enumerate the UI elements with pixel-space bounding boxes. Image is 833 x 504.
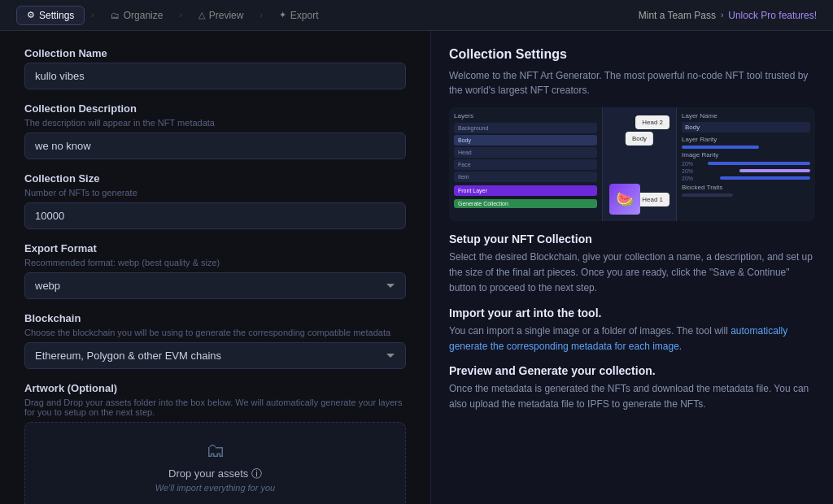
right-panel: Collection Settings Welcome to the NFT A… xyxy=(431,31,833,504)
dropzone-subtext: We'll import everything for you xyxy=(155,483,275,493)
mockup-flow-head1: Head 1 xyxy=(635,193,669,206)
mockup-blocked-traits-title: Blocked Traits xyxy=(682,184,810,191)
nav-step-organize[interactable]: 🗂 Organize xyxy=(101,7,173,24)
mockup-image-rarity-title: Image Rarity xyxy=(682,151,810,159)
upload-folder-icon: 🗂 xyxy=(206,439,225,462)
artwork-group: Artwork (Optional) Drag and Drop your as… xyxy=(24,382,406,504)
mockup-img-bar-2 xyxy=(739,169,810,172)
export-format-select[interactable]: webp png jpg xyxy=(24,272,406,299)
mockup-generate-button: Generate Collection xyxy=(454,199,597,208)
mockup-rarity-bar xyxy=(682,146,759,149)
mockup-flow-head2: Head 2 xyxy=(635,115,669,129)
section2-title: Import your art into the tool. xyxy=(449,306,815,319)
nav-step-settings[interactable]: ⚙ Settings xyxy=(16,6,85,25)
mockup-rarity-pct-3: 20% xyxy=(682,176,693,181)
nav-arrow-2: › xyxy=(179,11,181,20)
organize-step-label: Organize xyxy=(124,10,164,21)
nav-right: Mint a Team Pass › Unlock Pro features! xyxy=(639,10,817,21)
artwork-label: Artwork (Optional) xyxy=(24,382,406,394)
mockup-layer-body: Body xyxy=(454,135,597,146)
export-format-label: Export Format xyxy=(24,242,406,254)
blockchain-sublabel: Choose the blockchain you will be using … xyxy=(24,328,406,337)
nav-right-arrow-icon: › xyxy=(721,11,723,20)
section1-body: Select the desired Blockchain, give your… xyxy=(449,250,815,297)
nav-step-preview[interactable]: △ Preview xyxy=(189,7,254,24)
preview-step-label: Preview xyxy=(209,10,244,21)
top-navigation: ⚙ Settings › 🗂 Organize › △ Preview › ✦ … xyxy=(0,0,833,31)
unlock-link[interactable]: Unlock Pro features! xyxy=(728,10,817,21)
collection-description-sublabel: The description will appear in the NFT m… xyxy=(24,118,406,128)
collection-size-label: Collection Size xyxy=(24,172,406,185)
nft-mockup: Layers Background Body Head Face Item Fr… xyxy=(449,107,815,221)
dropzone-text: Drop your assets ⓘ xyxy=(168,467,262,481)
collection-description-input[interactable] xyxy=(24,133,406,159)
mockup-rarity-pct-2: 20% xyxy=(682,168,693,174)
export-format-group: Export Format Recommended format: webp (… xyxy=(24,242,406,299)
collection-description-label: Collection Description xyxy=(24,102,406,115)
mockup-layer-face: Face xyxy=(454,159,597,170)
mockup-img-bar-3 xyxy=(720,176,810,180)
mockup-layer-rarity-title: Layer Rarity xyxy=(682,136,810,143)
collection-name-label: Collection Name xyxy=(24,47,406,59)
sidebar-title: Collection Settings xyxy=(449,47,815,62)
artwork-sublabel: Drag and Drop your assets folder into th… xyxy=(24,398,406,417)
blockchain-select[interactable]: Ethereum, Polygon & other EVM chains Sol… xyxy=(24,342,406,369)
mockup-center: Body Head 2 Head 1 🍉 xyxy=(603,107,676,221)
nav-arrow-3: › xyxy=(259,11,262,20)
mockup-layer-name-value: Body xyxy=(682,122,810,133)
collection-size-sublabel: Number of NFTs to generate xyxy=(24,188,406,198)
mockup-layer-item: Item xyxy=(454,172,597,182)
nav-steps: ⚙ Settings › 🗂 Organize › △ Preview › ✦ … xyxy=(16,6,328,25)
blockchain-group: Blockchain Choose the blockchain you wil… xyxy=(24,312,406,369)
nav-arrow-1: › xyxy=(91,11,94,20)
main-content: Collection Name Collection Description T… xyxy=(0,31,833,504)
collection-name-group: Collection Name xyxy=(24,47,406,89)
mockup-layer-name-title: Layer Name xyxy=(682,112,810,119)
artwork-dropzone[interactable]: 🗂 Drop your assets ⓘ We'll import everyt… xyxy=(24,422,406,504)
export-step-label: Export xyxy=(290,10,319,21)
collection-name-input[interactable] xyxy=(24,63,406,89)
sidebar-intro: Welcome to the NFT Art Generator. The mo… xyxy=(449,68,815,98)
nft-preview-image: Layers Background Body Head Face Item Fr… xyxy=(449,107,815,221)
section2-body: You can import a single image or a folde… xyxy=(449,324,815,354)
mockup-rarity-row-1: 20% xyxy=(682,161,810,167)
settings-step-icon: ⚙ xyxy=(27,10,35,20)
mockup-rarity-row-3: 20% xyxy=(682,176,810,181)
mockup-right-panel: Layer Name Body Layer Rarity Image Rarit… xyxy=(676,107,815,221)
mockup-rarity-pct-1: 20% xyxy=(682,161,693,167)
mockup-layer-front: Front Layer xyxy=(454,185,597,196)
export-step-icon: ✦ xyxy=(279,10,286,20)
collection-size-input[interactable] xyxy=(24,202,406,229)
nav-step-export[interactable]: ✦ Export xyxy=(269,7,329,24)
export-format-sublabel: Recommended format: webp (best quality &… xyxy=(24,258,406,267)
blockchain-label: Blockchain xyxy=(24,312,406,324)
collection-description-group: Collection Description The description w… xyxy=(24,102,406,159)
section1-title: Setup your NFT Collection xyxy=(449,232,815,245)
organize-step-icon: 🗂 xyxy=(111,11,120,20)
left-panel: Collection Name Collection Description T… xyxy=(0,31,431,504)
mockup-blocked-bar xyxy=(682,193,733,197)
mockup-art-preview: 🍉 xyxy=(609,184,640,215)
mint-link[interactable]: Mint a Team Pass xyxy=(639,10,716,21)
mockup-layers-panel: Layers Background Body Head Face Item Fr… xyxy=(449,107,603,221)
mockup-flow-body: Body xyxy=(626,132,653,146)
mockup-layer-head: Head xyxy=(454,147,597,158)
mockup-img-bar-1 xyxy=(708,162,810,165)
settings-step-label: Settings xyxy=(39,10,74,21)
mockup-layers-title: Layers xyxy=(454,112,597,119)
section3-title: Preview and Generate your collection. xyxy=(449,364,815,377)
section3-body: Once the metadata is generated the NFTs … xyxy=(449,381,815,412)
mockup-rarity-row-2: 20% xyxy=(682,168,810,174)
preview-step-icon: △ xyxy=(198,10,205,20)
collection-size-group: Collection Size Number of NFTs to genera… xyxy=(24,172,406,229)
mockup-layer-background: Background xyxy=(454,123,597,133)
section2-highlight: automatically generate the corresponding… xyxy=(449,325,787,352)
